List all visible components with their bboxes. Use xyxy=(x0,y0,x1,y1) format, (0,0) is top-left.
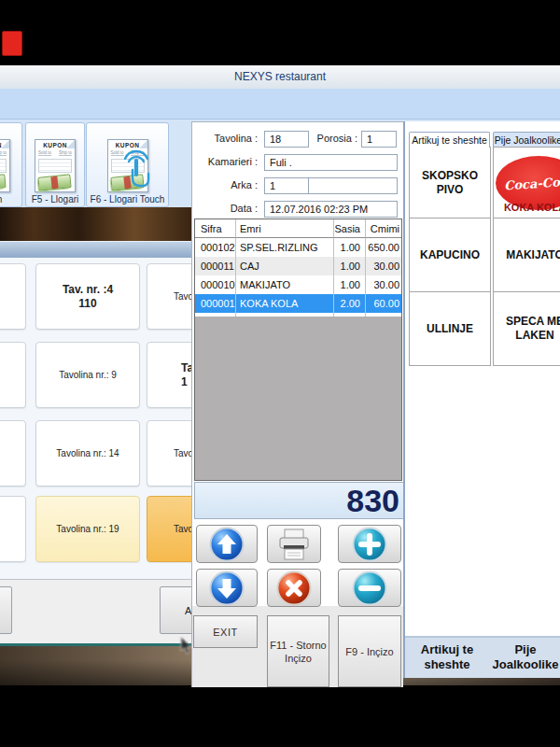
toolbar-button-f6-llogari-touch[interactable]: KUPON Sold toShip to F6 - Llogari Touch xyxy=(86,122,169,207)
toolbar-button-touch-partial[interactable]: KUPON Sold toShip to Touch xyxy=(0,122,22,207)
kamarieri-field[interactable]: Fuli . xyxy=(264,154,398,171)
article-button-speca-me-laken[interactable]: SPECA ME LAKEN xyxy=(493,291,560,366)
strip-button-partial[interactable] xyxy=(0,586,12,634)
arka-label: Arka : xyxy=(200,179,258,190)
move-down-button[interactable] xyxy=(196,569,258,607)
toolbar-button-label: F5 - Llogari xyxy=(32,194,79,204)
print-button[interactable] xyxy=(267,525,321,563)
kupon-invoice-icon: KUPON Sold toShip to xyxy=(35,139,76,192)
minus-icon xyxy=(351,570,388,607)
f11-storno-incizo-button[interactable]: F11 - Storno Inçizo xyxy=(267,615,329,687)
porosia-field[interactable]: 1 xyxy=(361,131,397,148)
toolbar-button-f5-llogari[interactable]: KUPON Sold toShip to F5 - Llogari xyxy=(25,122,85,207)
window-title: NEXYS restaurant xyxy=(234,70,326,83)
table-button-partial[interactable] xyxy=(0,263,26,330)
category-button-pije-joalkoolike[interactable]: Pije Joalkoolike xyxy=(489,642,560,672)
table-button-14[interactable]: Tavolina nr.: 14 xyxy=(35,420,140,486)
record-indicator xyxy=(2,31,22,56)
table-button-partial[interactable] xyxy=(0,342,26,408)
article-button-skopsko-pivo[interactable]: SKOPSKO PIVO xyxy=(409,147,491,218)
f9-incizo-button[interactable]: F9 - Inçizo xyxy=(338,615,401,687)
plus-icon xyxy=(351,526,388,563)
touch-hand-icon xyxy=(119,148,153,189)
data-field[interactable]: 12.07.2016 02:23 PM xyxy=(264,201,398,218)
tavolina-label: Tavolina : xyxy=(200,133,258,144)
menu-band xyxy=(0,89,560,120)
article-button-makijato[interactable]: MAKIJATO xyxy=(493,218,560,292)
toolbar-button-label: Touch xyxy=(0,194,2,204)
up-arrow-icon xyxy=(208,526,245,563)
category-strip: Artikuj te sheshte Pije Joalkoolike xyxy=(405,636,560,678)
table-row-empty xyxy=(195,313,401,317)
article-button-kapucino[interactable]: KAPUCINO xyxy=(409,218,491,292)
exit-button[interactable]: EXIT xyxy=(193,615,258,648)
printer-icon xyxy=(276,528,312,561)
order-panel: Tavolina : 18 Porosia : 1 Kamarieri : Fu… xyxy=(191,121,403,687)
table-header-row: Sifra Emri Sasia Cmimi xyxy=(195,219,401,238)
table-button-9[interactable]: Tavolina nr.: 9 xyxy=(35,342,140,408)
order-items-table: Sifra Emri Sasia Cmimi 000102 SP.SEL.RIZ… xyxy=(194,218,402,481)
arka-field-2[interactable] xyxy=(308,177,398,194)
cancel-x-icon xyxy=(275,570,313,607)
article-button-ullinje[interactable]: ULLINJE xyxy=(409,291,491,366)
tab-artikuj-te-sheshte[interactable]: Artikuj te sheshte xyxy=(409,132,490,148)
category-button-artikuj-te-sheshte[interactable]: Artikuj te sheshte xyxy=(405,642,489,672)
down-arrow-icon xyxy=(208,570,245,607)
tab-pije-joalkoolike[interactable]: Pije Joalkoolike xyxy=(493,132,560,148)
tavolina-field[interactable]: 18 xyxy=(264,131,309,148)
data-label: Data : xyxy=(200,203,258,214)
increase-quantity-button[interactable] xyxy=(338,525,401,563)
kupon-invoice-icon: KUPON Sold toShip to xyxy=(0,139,10,192)
total-display: 830 xyxy=(194,482,408,519)
mouse-cursor xyxy=(179,636,194,660)
table-row-selected[interactable]: 000001 KOKA KOLA 2.00 60.00 xyxy=(195,294,401,313)
table-row[interactable]: 000011 CAJ 1.00 30.00 xyxy=(195,257,401,275)
cancel-button[interactable] xyxy=(267,569,321,607)
table-row[interactable]: 000010 MAKIJATO 1.00 30.00 xyxy=(195,275,401,294)
toolbar-button-label: F6 - Llogari Touch xyxy=(91,194,165,204)
kamarieri-label: Kamarieri : xyxy=(200,156,258,167)
kupon-invoice-touch-icon: KUPON Sold toShip to xyxy=(107,139,148,192)
decrease-quantity-button[interactable] xyxy=(338,569,401,607)
table-button-partial[interactable] xyxy=(0,496,26,562)
move-up-button[interactable] xyxy=(196,525,258,563)
arka-field[interactable]: 1 xyxy=(264,177,309,194)
table-row[interactable]: 000102 SP.SEL.RIZLING 1.00 650.00 xyxy=(195,238,401,257)
porosia-label: Porosia : xyxy=(309,133,357,144)
table-button-partial[interactable] xyxy=(0,420,26,486)
table-button-4[interactable]: Tav. nr. :4 110 xyxy=(35,263,140,330)
table-button-19-occupied[interactable]: Tavolina nr.: 19 xyxy=(35,496,140,562)
article-button-koka-kola[interactable]: Coca-Cola KOKA KOLA xyxy=(493,147,560,218)
window-titlebar: NEXYS restaurant xyxy=(0,65,560,90)
articles-panel: Artikuj te sheshte Pije Joalkoolike SKOP… xyxy=(403,121,560,678)
